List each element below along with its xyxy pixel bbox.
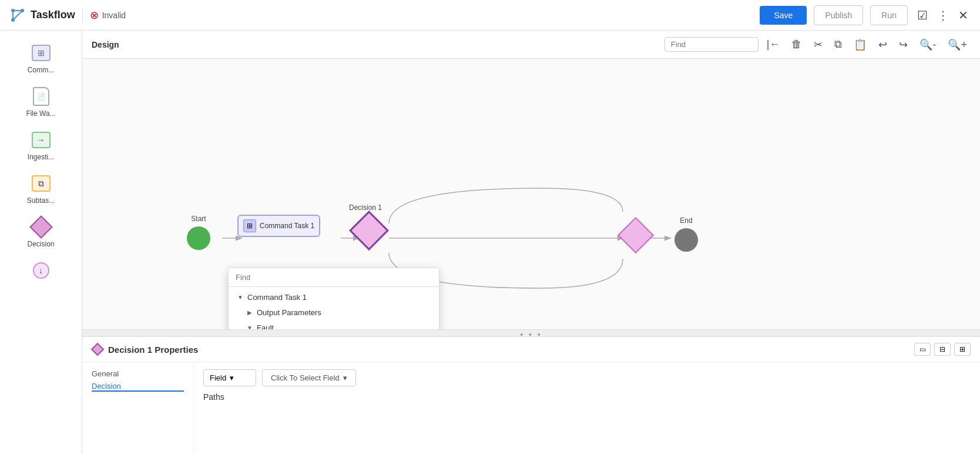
filewatch-icon: 📄 xyxy=(31,86,52,107)
save-button[interactable]: Save xyxy=(760,6,807,25)
end-node[interactable]: End xyxy=(674,216,698,252)
scroll-icon: ↓ xyxy=(31,260,52,281)
start-node[interactable]: Start xyxy=(187,215,210,250)
layout-icons: ▭ ⊟ ⊞ xyxy=(914,343,971,356)
field-select-chevron: ▾ xyxy=(230,373,234,382)
end-node-label: End xyxy=(680,216,692,225)
properties-header: Decision 1 Properties ▭ ⊟ ⊞ xyxy=(82,337,980,362)
go-to-start-button[interactable]: |← xyxy=(763,36,784,53)
decision-prop-icon xyxy=(92,343,103,355)
dropdown-tree: ▼ Command Task 1 ▶ Output Parameters ▼ F… xyxy=(229,287,439,329)
design-label: Design xyxy=(92,40,119,49)
command-task-icon: ⊞ xyxy=(243,219,256,232)
taskflow-logo-icon xyxy=(9,7,26,24)
svg-line-5 xyxy=(13,11,22,20)
app-logo: Taskflow xyxy=(9,7,75,24)
field-select-dropdown[interactable]: Field ▾ xyxy=(203,369,256,386)
canvas-area: Design |← 🗑 ✂ ⧉ 📋 ↩ ↪ 🔍- 🔍+ xyxy=(82,31,980,454)
layout-triple-button[interactable]: ⊞ xyxy=(954,343,971,356)
run-button[interactable]: Run xyxy=(870,5,908,25)
properties-panel: Decision 1 Properties ▭ ⊟ ⊞ General Deci… xyxy=(82,336,980,454)
delete-button[interactable]: 🗑 xyxy=(788,36,806,53)
sidebar-item-decision[interactable]: Decision xyxy=(9,212,73,253)
decision2-shape xyxy=(617,217,654,253)
command-task-node[interactable]: ⊞ Command Task 1 xyxy=(237,215,320,237)
sidebar-item-command-label: Comm... xyxy=(28,66,54,74)
sidebar-item-decision-label: Decision xyxy=(27,240,54,248)
tree-label-fault: Fault xyxy=(257,323,274,330)
flow-connectors xyxy=(82,59,980,329)
status-text: Invalid xyxy=(102,11,126,20)
undo-button[interactable]: ↩ xyxy=(875,36,891,54)
start-node-label: Start xyxy=(191,215,206,223)
canvas-content[interactable]: Start ⊞ Command Task 1 Decision 1 xyxy=(82,59,980,329)
expand-icon-cmd: ▼ xyxy=(236,292,245,302)
invalid-icon: ⊗ xyxy=(90,9,99,22)
click-to-select-label: Click To Select Field xyxy=(271,373,340,382)
copy-button[interactable]: ⧉ xyxy=(831,36,845,53)
tree-label-output: Output Parameters xyxy=(257,308,321,317)
dropdown-popup: ▼ Command Task 1 ▶ Output Parameters ▼ F… xyxy=(228,268,439,329)
field-row: Field ▾ Click To Select Field ▾ xyxy=(203,369,971,386)
properties-nav: General Decision xyxy=(82,362,194,454)
properties-title: Decision 1 Properties xyxy=(108,345,198,355)
tree-item-fault[interactable]: ▼ Fault xyxy=(238,320,439,329)
more-options-button[interactable]: ⋮ xyxy=(935,6,951,25)
paths-label: Paths xyxy=(203,392,224,402)
find-input[interactable] xyxy=(664,37,759,52)
nav-general[interactable]: General xyxy=(92,369,184,378)
subtask-icon: ⧉ xyxy=(31,173,52,194)
status-badge: ⊗ Invalid xyxy=(90,9,126,22)
sidebar-item-filewatch[interactable]: 📄 File Wa... xyxy=(9,81,73,122)
ingestion-icon: → xyxy=(31,129,52,151)
zoom-in-button[interactable]: 🔍+ xyxy=(944,36,971,54)
app-name: Taskflow xyxy=(31,9,75,21)
paths-row: Paths xyxy=(203,392,971,402)
decision1-node[interactable]: Decision 1 xyxy=(355,216,383,245)
sidebar-item-subtask-label: Subtas... xyxy=(27,196,55,205)
dropdown-find-input[interactable] xyxy=(229,268,439,287)
layout-split-button[interactable]: ⊟ xyxy=(934,343,951,356)
paste-button[interactable]: 📋 xyxy=(850,36,870,54)
topbar-divider xyxy=(82,8,83,22)
properties-content: Field ▾ Click To Select Field ▾ Paths xyxy=(194,362,980,454)
zoom-out-button[interactable]: 🔍- xyxy=(916,36,939,54)
tree-item-command-task1[interactable]: ▼ Command Task 1 xyxy=(229,289,439,305)
click-to-select-chevron: ▾ xyxy=(343,373,347,382)
command-task-label: Command Task 1 xyxy=(260,222,314,230)
decision-icon xyxy=(31,216,52,238)
topbar: Taskflow ⊗ Invalid Save Publish Run ☑ ⋮ … xyxy=(0,0,980,31)
expand-icon-output: ▶ xyxy=(245,308,254,317)
main-layout: ⊞ Comm... 📄 File Wa... → Ingesti... ⧉ Su… xyxy=(0,31,980,454)
decision1-label: Decision 1 xyxy=(349,203,382,212)
nav-decision[interactable]: Decision xyxy=(92,382,184,392)
cut-button[interactable]: ✂ xyxy=(810,36,826,54)
sidebar-item-ingestion[interactable]: → Ingesti... xyxy=(9,125,73,166)
decision1-shape xyxy=(349,211,389,251)
sidebar: ⊞ Comm... 📄 File Wa... → Ingesti... ⧉ Su… xyxy=(0,31,82,454)
sidebar-item-subtask[interactable]: ⧉ Subtas... xyxy=(9,168,73,209)
click-to-select-field[interactable]: Click To Select Field ▾ xyxy=(262,369,356,386)
canvas-toolbar: Design |← 🗑 ✂ ⧉ 📋 ↩ ↪ 🔍- 🔍+ xyxy=(82,31,980,59)
field-select-label: Field xyxy=(210,373,226,382)
end-node-shape xyxy=(674,228,698,252)
sidebar-item-command[interactable]: ⊞ Comm... xyxy=(9,38,73,79)
tree-label-cmd: Command Task 1 xyxy=(247,293,307,302)
topbar-actions: ☑ ⋮ ✕ xyxy=(915,6,971,25)
properties-body: General Decision Field ▾ Click To Select… xyxy=(82,362,980,454)
checkmark-icon-button[interactable]: ☑ xyxy=(915,6,930,25)
tree-item-output-params[interactable]: ▶ Output Parameters xyxy=(238,305,439,320)
expand-icon-fault: ▼ xyxy=(245,323,254,329)
start-node-shape xyxy=(187,226,210,250)
redo-button[interactable]: ↪ xyxy=(895,36,911,54)
sidebar-item-scroll[interactable]: ↓ xyxy=(9,255,73,288)
sidebar-item-ingestion-label: Ingesti... xyxy=(28,153,54,161)
publish-button[interactable]: Publish xyxy=(814,5,863,25)
decision2-node[interactable] xyxy=(623,222,649,248)
sidebar-item-filewatch-label: File Wa... xyxy=(26,109,55,118)
layout-single-button[interactable]: ▭ xyxy=(914,343,931,356)
canvas-scrollbar[interactable]: • • • xyxy=(82,329,980,336)
command-icon: ⊞ xyxy=(31,42,52,64)
close-button[interactable]: ✕ xyxy=(956,6,971,25)
